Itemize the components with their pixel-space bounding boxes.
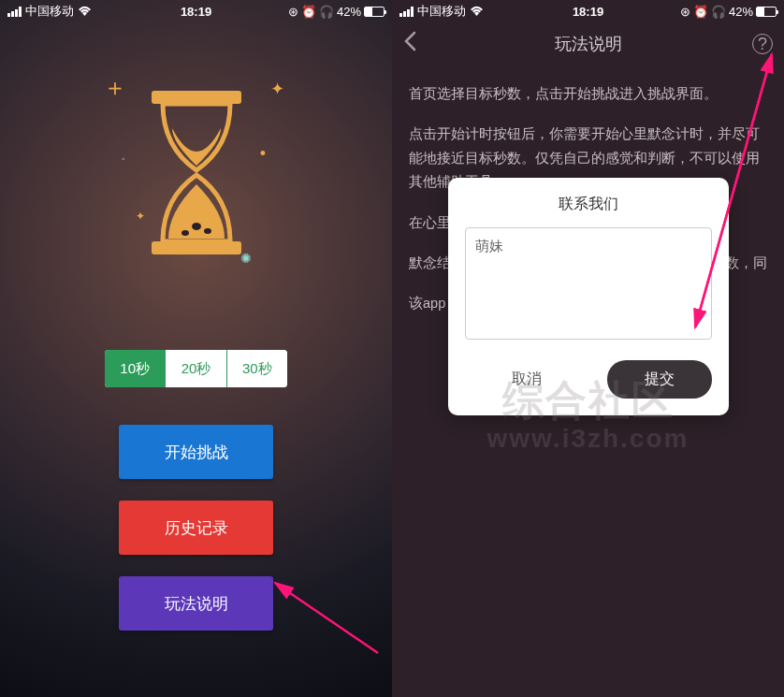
status-right: ⊛ ⏰ 🎧 42% [680, 5, 777, 19]
contact-input[interactable]: 萌妹 [465, 227, 712, 340]
sparkle-icon: ✕ [102, 77, 126, 101]
help-button[interactable]: ? [752, 34, 773, 54]
sparkle-icon: • [260, 144, 266, 164]
status-left: 中国移动 [7, 3, 92, 20]
cancel-button[interactable]: 取消 [465, 360, 588, 399]
sparkle-icon: ✦ [270, 79, 284, 99]
phone-screen-instructions: 中国移动 18:19 ⊛ ⏰ 🎧 42% 玩法说明 ? 首页选择目标秒数，点击开… [392, 0, 784, 697]
headphone-icon: 🎧 [711, 5, 726, 19]
hourglass-icon [140, 91, 253, 254]
segment-10s[interactable]: 10秒 [105, 350, 165, 387]
status-time: 18:19 [181, 5, 211, 19]
hourglass-illustration: ✕ ✦ ◦ • ✦ ✺ [0, 22, 392, 322]
segment-30s[interactable]: 30秒 [226, 350, 287, 387]
sparkle-icon: ✦ [136, 210, 145, 223]
svg-point-3 [181, 230, 189, 236]
alarm-icon: ⏰ [301, 5, 316, 19]
duration-selector: 10秒 20秒 30秒 [105, 350, 287, 387]
start-challenge-button[interactable]: 开始挑战 [119, 425, 273, 479]
phone-screen-home: 中国移动 18:19 ⊛ ⏰ 🎧 42% ✕ ✦ ◦ • ✦ ✺ [0, 0, 392, 697]
watermark-line2: www.i3zh.com [392, 424, 784, 454]
battery-icon [364, 7, 385, 17]
status-time: 18:19 [573, 5, 603, 19]
svg-point-4 [204, 228, 211, 234]
main-buttons: 开始挑战 历史记录 玩法说明 [0, 425, 392, 631]
orientation-lock-icon: ⊛ [680, 5, 690, 19]
status-bar: 中国移动 18:19 ⊛ ⏰ 🎧 42% [392, 0, 784, 22]
battery-percent: 42% [337, 5, 361, 19]
sparkle-icon: ✺ [240, 251, 252, 266]
back-button[interactable] [403, 31, 416, 57]
contact-dialog: 联系我们 萌妹 取消 提交 [448, 178, 729, 415]
sparkle-icon: ◦ [122, 153, 125, 164]
status-left: 中国移动 [399, 3, 484, 20]
svg-point-2 [192, 223, 201, 230]
segment-20s[interactable]: 20秒 [165, 350, 225, 387]
carrier-label: 中国移动 [25, 3, 74, 20]
instructions-button[interactable]: 玩法说明 [119, 576, 273, 631]
nav-bar: 玩法说明 ? [392, 22, 784, 65]
battery-percent: 42% [729, 5, 753, 19]
carrier-label: 中国移动 [417, 3, 466, 20]
signal-icon [399, 7, 414, 17]
dialog-title: 联系我们 [465, 195, 712, 214]
nav-title: 玩法说明 [555, 33, 622, 55]
alarm-icon: ⏰ [693, 5, 708, 19]
wifi-icon [470, 4, 484, 19]
wifi-icon [78, 4, 92, 19]
submit-button[interactable]: 提交 [607, 360, 712, 399]
battery-icon [756, 7, 777, 17]
status-right: ⊛ ⏰ 🎧 42% [288, 5, 385, 19]
instruction-paragraph: 首页选择目标秒数，点击开始挑战进入挑战界面。 [409, 82, 767, 106]
signal-icon [7, 7, 22, 17]
history-button[interactable]: 历史记录 [119, 501, 273, 555]
orientation-lock-icon: ⊛ [288, 5, 298, 19]
dialog-actions: 取消 提交 [465, 360, 712, 399]
headphone-icon: 🎧 [319, 5, 334, 19]
status-bar: 中国移动 18:19 ⊛ ⏰ 🎧 42% [0, 0, 392, 22]
